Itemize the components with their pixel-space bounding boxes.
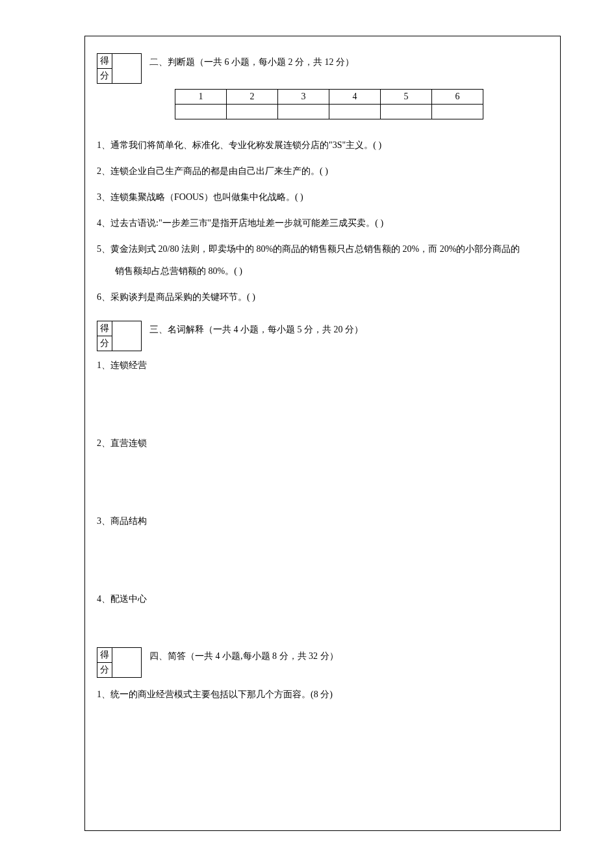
term-q3: 3、商品结构 — [97, 512, 548, 530]
section-title-judgment: 二、判断题（一共 6 小题，每小题 2 分，共 12 分） — [149, 53, 354, 69]
ans-num-1: 1 — [175, 90, 227, 105]
exam-page: 得 分 二、判断题（一共 6 小题，每小题 2 分，共 12 分） 1 2 3 … — [84, 36, 561, 831]
score-box-short: 得 分 — [97, 647, 142, 678]
score-label-bottom: 分 — [97, 336, 112, 351]
section-judgment-header: 得 分 二、判断题（一共 6 小题，每小题 2 分，共 12 分） — [97, 53, 548, 84]
terms-list: 1、连锁经营 2、直营连锁 3、商品结构 4、配送中心 — [97, 356, 548, 608]
table-row — [175, 105, 483, 119]
ans-num-2: 2 — [227, 90, 278, 105]
section-title-short: 四、简答（一共 4 小题,每小题 8 分，共 32 分） — [149, 647, 339, 663]
term-q4: 4、配送中心 — [97, 590, 548, 608]
judgment-q5b: 销售额却占总营销额的 80%。( ) — [115, 262, 548, 280]
ans-cell-3[interactable] — [278, 105, 329, 119]
judgment-q6: 6、采购谈判是商品采购的关键环节。( ) — [97, 288, 548, 306]
score-label-top: 得 — [97, 54, 112, 69]
section-title-terms: 三、名词解释（一共 4 小题，每小题 5 分，共 20 分） — [149, 321, 363, 336]
ans-num-3: 3 — [278, 90, 329, 105]
score-label-top: 得 — [97, 648, 112, 663]
score-blank-short[interactable] — [112, 648, 142, 678]
short-q1: 1、统一的商业经营模式主要包括以下那几个方面容。(8 分) — [97, 686, 548, 704]
score-label-bottom: 分 — [97, 663, 112, 678]
judgment-answer-table: 1 2 3 4 5 6 — [175, 89, 483, 119]
ans-cell-5[interactable] — [381, 105, 432, 119]
score-box-judgment: 得 分 — [97, 53, 142, 84]
judgment-q1: 1、通常我们将简单化、标准化、专业化称发展连锁分店的"3S"主义。( ) — [97, 136, 548, 155]
score-box-terms: 得 分 — [97, 321, 142, 351]
judgment-q5a: 5、黄金法则式 20/80 法则，即卖场中的 80%的商品的销售额只占总销售额的… — [97, 240, 548, 258]
ans-cell-4[interactable] — [329, 105, 381, 119]
score-label-bottom: 分 — [97, 69, 112, 84]
ans-num-5: 5 — [381, 90, 432, 105]
ans-num-6: 6 — [432, 90, 483, 105]
term-q2: 2、直营连锁 — [97, 434, 548, 453]
score-blank-judgment[interactable] — [112, 54, 142, 84]
judgment-q2: 2、连锁企业自己生产商品的都是由自己出厂来生产的。( ) — [97, 162, 548, 180]
table-row: 1 2 3 4 5 6 — [175, 90, 483, 105]
ans-cell-6[interactable] — [432, 105, 483, 119]
score-label-top: 得 — [97, 321, 112, 336]
judgment-q4: 4、过去古语说:"一步差三市"是指开店地址差一步就可能差三成买卖。( ) — [97, 214, 548, 232]
ans-num-4: 4 — [329, 90, 381, 105]
section-short-header: 得 分 四、简答（一共 4 小题,每小题 8 分，共 32 分） — [97, 647, 548, 678]
section-terms-header: 得 分 三、名词解释（一共 4 小题，每小题 5 分，共 20 分） — [97, 321, 548, 351]
score-blank-terms[interactable] — [112, 321, 142, 351]
judgment-q3: 3、连锁集聚战略（FOOUS）也叫做集中化战略。( ) — [97, 188, 548, 206]
term-q1: 1、连锁经营 — [97, 356, 548, 375]
ans-cell-1[interactable] — [175, 105, 227, 119]
ans-cell-2[interactable] — [227, 105, 278, 119]
